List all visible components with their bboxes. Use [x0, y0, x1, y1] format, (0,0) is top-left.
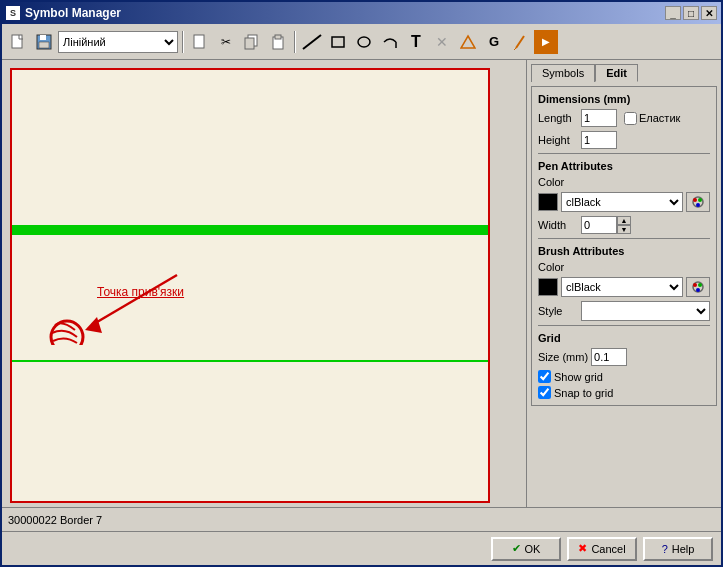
- ok-icon: ✔: [512, 542, 521, 555]
- cancel-button[interactable]: ✖ Cancel: [567, 537, 637, 561]
- dimensions-title: Dimensions (mm): [538, 93, 710, 105]
- new-button[interactable]: [6, 30, 30, 54]
- svg-line-15: [514, 48, 516, 50]
- divider-2: [538, 238, 710, 239]
- arc-button[interactable]: [378, 30, 402, 54]
- svg-rect-2: [40, 35, 46, 40]
- svg-rect-8: [275, 35, 281, 39]
- pen-width-down[interactable]: ▼: [617, 225, 631, 234]
- svg-point-20: [693, 198, 697, 202]
- help-button[interactable]: ? Help: [643, 537, 713, 561]
- pen-width-row: Width ▲ ▼: [538, 216, 710, 234]
- svg-point-22: [696, 203, 700, 207]
- svg-rect-4: [194, 35, 204, 48]
- annotation-arrow: [37, 265, 197, 345]
- extra-button[interactable]: ▶: [534, 30, 558, 54]
- snap-to-grid-row: Snap to grid: [538, 386, 710, 399]
- height-input[interactable]: [581, 131, 617, 149]
- pen-width-input[interactable]: [581, 216, 617, 234]
- show-grid-label: Show grid: [554, 371, 603, 383]
- paste-button[interactable]: [266, 30, 290, 54]
- height-row: Height: [538, 131, 710, 149]
- copy-button[interactable]: [240, 30, 264, 54]
- toolbar-separator-2: [294, 31, 296, 53]
- pen-width-label: Width: [538, 219, 578, 231]
- snap-to-grid-checkbox[interactable]: [538, 386, 551, 399]
- svg-line-14: [516, 36, 524, 48]
- elastic-checkbox[interactable]: [624, 112, 637, 125]
- show-grid-row: Show grid: [538, 370, 710, 383]
- brush-color-picker-button[interactable]: [686, 277, 710, 297]
- cancel-icon: ✖: [578, 542, 587, 555]
- divider-3: [538, 325, 710, 326]
- brush-style-label: Style: [538, 305, 578, 317]
- grid-title: Grid: [538, 332, 710, 344]
- svg-point-24: [693, 283, 697, 287]
- pencil-button[interactable]: [508, 30, 532, 54]
- length-row: Length Еластик: [538, 109, 710, 127]
- height-label: Height: [538, 134, 578, 146]
- pen-attributes-title: Pen Attributes: [538, 160, 710, 172]
- window-title: Symbol Manager: [25, 6, 665, 20]
- length-input[interactable]: [581, 109, 617, 127]
- svg-rect-3: [39, 42, 49, 48]
- save-button[interactable]: [32, 30, 56, 54]
- brush-color-row: clBlack: [538, 277, 710, 297]
- titlebar-buttons: _ □ ✕: [665, 6, 717, 20]
- snap-to-grid-label: Snap to grid: [554, 387, 613, 399]
- maximize-button[interactable]: □: [683, 6, 699, 20]
- cancel-label: Cancel: [591, 543, 625, 555]
- bottom-bar: ✔ OK ✖ Cancel ? Help: [2, 531, 721, 565]
- svg-point-25: [698, 283, 702, 287]
- main-green-line: [12, 225, 488, 235]
- statusbar: 30000022 Border 7: [2, 507, 721, 531]
- pen-color-row: clBlack: [538, 192, 710, 212]
- brush-style-select[interactable]: [581, 301, 710, 321]
- brush-attributes-title: Brush Attributes: [538, 245, 710, 257]
- brush-color-select[interactable]: clBlack: [561, 277, 683, 297]
- rect-button[interactable]: [326, 30, 350, 54]
- pen-width-spin: ▲ ▼: [581, 216, 631, 234]
- ok-button[interactable]: ✔ OK: [491, 537, 561, 561]
- svg-point-11: [358, 37, 370, 47]
- cross-button[interactable]: ✕: [430, 30, 454, 54]
- main-window: S Symbol Manager _ □ ✕ Лінійний ✂: [0, 0, 723, 567]
- pen-color-picker-button[interactable]: [686, 192, 710, 212]
- symbol-canvas[interactable]: Точка прив'язки: [10, 68, 490, 503]
- cut-button[interactable]: ✂: [214, 30, 238, 54]
- statusbar-text: 30000022 Border 7: [8, 514, 715, 526]
- elastic-label: Еластик: [639, 112, 680, 124]
- tab-symbols[interactable]: Symbols: [531, 64, 595, 82]
- tab-edit[interactable]: Edit: [595, 64, 638, 82]
- pen-width-up[interactable]: ▲: [617, 216, 631, 225]
- ok-label: OK: [525, 543, 541, 555]
- svg-line-9: [303, 35, 321, 49]
- right-panel: Symbols Edit Dimensions (mm) Length Елас…: [526, 60, 721, 507]
- grid-size-label: Size (mm): [538, 351, 588, 363]
- new-doc-button[interactable]: [188, 30, 212, 54]
- triangle-button[interactable]: [456, 30, 480, 54]
- pen-color-select[interactable]: clBlack: [561, 192, 683, 212]
- panel-content: Dimensions (mm) Length Еластик Height Pe…: [531, 86, 717, 406]
- symbol-type-dropdown[interactable]: Лінійний: [58, 31, 178, 53]
- show-grid-checkbox[interactable]: [538, 370, 551, 383]
- toolbar-separator-1: [182, 31, 184, 53]
- minimize-button[interactable]: _: [665, 6, 681, 20]
- main-content: Точка прив'язки Symbols Edit Dimensions …: [2, 60, 721, 507]
- g-button[interactable]: G: [482, 30, 506, 54]
- window-icon: S: [6, 6, 20, 20]
- ellipse-button[interactable]: [352, 30, 376, 54]
- pen-color-label-row: Color: [538, 176, 710, 188]
- grid-size-input[interactable]: [591, 348, 627, 366]
- svg-marker-13: [461, 36, 475, 48]
- line-button[interactable]: [300, 30, 324, 54]
- pen-width-spinners: ▲ ▼: [617, 216, 631, 234]
- grid-size-row: Size (mm): [538, 348, 710, 366]
- brush-style-row: Style: [538, 301, 710, 321]
- svg-line-16: [92, 275, 177, 325]
- close-button[interactable]: ✕: [701, 6, 717, 20]
- text-button[interactable]: T: [404, 30, 428, 54]
- divider-1: [538, 153, 710, 154]
- panel-tabs: Symbols Edit: [531, 64, 717, 82]
- pen-color-label: Color: [538, 176, 578, 188]
